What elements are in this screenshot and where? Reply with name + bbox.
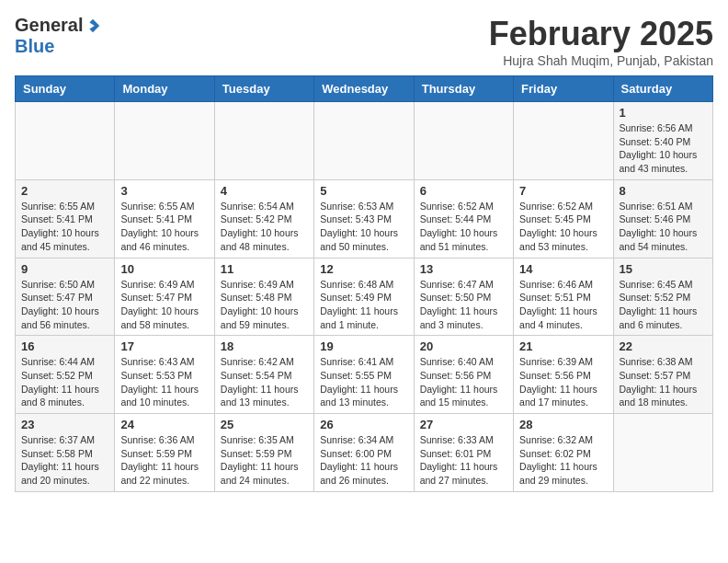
table-row: 16Sunrise: 6:44 AM Sunset: 5:52 PM Dayli… xyxy=(16,336,115,414)
day-number: 16 xyxy=(21,339,108,353)
table-row: 5Sunrise: 6:53 AM Sunset: 5:43 PM Daylig… xyxy=(314,179,414,258)
day-info: Sunrise: 6:52 AM Sunset: 5:44 PM Dayligh… xyxy=(420,200,507,254)
logo: General Blue xyxy=(15,15,101,57)
week-row-5: 23Sunrise: 6:37 AM Sunset: 5:58 PM Dayli… xyxy=(16,414,713,492)
week-row-1: 1Sunrise: 6:56 AM Sunset: 5:40 PM Daylig… xyxy=(16,102,713,180)
day-info: Sunrise: 6:47 AM Sunset: 5:50 PM Dayligh… xyxy=(420,278,507,332)
day-number: 18 xyxy=(221,339,308,353)
table-row: 1Sunrise: 6:56 AM Sunset: 5:40 PM Daylig… xyxy=(613,102,712,180)
table-row: 7Sunrise: 6:52 AM Sunset: 5:45 PM Daylig… xyxy=(514,179,613,258)
day-info: Sunrise: 6:52 AM Sunset: 5:45 PM Dayligh… xyxy=(519,200,607,254)
day-number: 20 xyxy=(420,339,507,353)
table-row xyxy=(314,102,414,180)
table-row: 9Sunrise: 6:50 AM Sunset: 5:47 PM Daylig… xyxy=(16,258,115,336)
table-row: 20Sunrise: 6:40 AM Sunset: 5:56 PM Dayli… xyxy=(414,336,513,414)
day-info: Sunrise: 6:50 AM Sunset: 5:47 PM Dayligh… xyxy=(21,278,108,332)
col-friday: Friday xyxy=(514,76,613,102)
day-info: Sunrise: 6:34 AM Sunset: 6:00 PM Dayligh… xyxy=(320,433,407,488)
day-number: 11 xyxy=(221,262,308,276)
title-section: February 2025 Hujra Shah Muqim, Punjab, … xyxy=(489,15,713,68)
day-info: Sunrise: 6:49 AM Sunset: 5:47 PM Dayligh… xyxy=(120,278,208,332)
day-number: 2 xyxy=(21,184,108,198)
col-thursday: Thursday xyxy=(414,76,513,102)
day-number: 1 xyxy=(620,106,707,120)
day-info: Sunrise: 6:55 AM Sunset: 5:41 PM Dayligh… xyxy=(21,200,108,254)
table-row xyxy=(514,102,613,180)
table-row: 4Sunrise: 6:54 AM Sunset: 5:42 PM Daylig… xyxy=(214,179,313,258)
day-number: 25 xyxy=(221,418,308,431)
day-number: 4 xyxy=(221,184,308,198)
col-tuesday: Tuesday xyxy=(214,76,313,102)
logo-general-text: General xyxy=(15,15,83,36)
week-row-3: 9Sunrise: 6:50 AM Sunset: 5:47 PM Daylig… xyxy=(16,258,713,336)
table-row: 2Sunrise: 6:55 AM Sunset: 5:41 PM Daylig… xyxy=(16,179,115,258)
day-info: Sunrise: 6:51 AM Sunset: 5:46 PM Dayligh… xyxy=(620,200,707,254)
day-number: 5 xyxy=(320,184,407,198)
day-number: 19 xyxy=(320,339,407,353)
table-row: 14Sunrise: 6:46 AM Sunset: 5:51 PM Dayli… xyxy=(514,258,613,336)
day-number: 3 xyxy=(120,184,208,198)
table-row: 23Sunrise: 6:37 AM Sunset: 5:58 PM Dayli… xyxy=(16,414,115,492)
table-row: 11Sunrise: 6:49 AM Sunset: 5:48 PM Dayli… xyxy=(214,258,313,336)
table-row: 12Sunrise: 6:48 AM Sunset: 5:49 PM Dayli… xyxy=(314,258,414,336)
day-info: Sunrise: 6:56 AM Sunset: 5:40 PM Dayligh… xyxy=(620,121,707,176)
table-row: 8Sunrise: 6:51 AM Sunset: 5:46 PM Daylig… xyxy=(613,179,712,258)
day-info: Sunrise: 6:35 AM Sunset: 5:59 PM Dayligh… xyxy=(221,433,308,488)
day-number: 7 xyxy=(519,184,607,198)
table-row xyxy=(115,102,214,180)
table-row: 28Sunrise: 6:32 AM Sunset: 6:02 PM Dayli… xyxy=(514,414,613,492)
table-row: 18Sunrise: 6:42 AM Sunset: 5:54 PM Dayli… xyxy=(214,336,313,414)
table-row xyxy=(16,102,115,180)
table-row: 22Sunrise: 6:38 AM Sunset: 5:57 PM Dayli… xyxy=(613,336,712,414)
day-number: 27 xyxy=(420,418,507,431)
day-info: Sunrise: 6:32 AM Sunset: 6:02 PM Dayligh… xyxy=(519,433,607,488)
day-info: Sunrise: 6:38 AM Sunset: 5:57 PM Dayligh… xyxy=(620,355,707,409)
logo-icon xyxy=(85,17,101,34)
week-row-4: 16Sunrise: 6:44 AM Sunset: 5:52 PM Dayli… xyxy=(16,336,713,414)
day-info: Sunrise: 6:37 AM Sunset: 5:58 PM Dayligh… xyxy=(21,433,108,488)
col-sunday: Sunday xyxy=(16,76,115,102)
week-row-2: 2Sunrise: 6:55 AM Sunset: 5:41 PM Daylig… xyxy=(16,179,713,258)
table-row: 19Sunrise: 6:41 AM Sunset: 5:55 PM Dayli… xyxy=(314,336,414,414)
day-info: Sunrise: 6:44 AM Sunset: 5:52 PM Dayligh… xyxy=(21,355,108,409)
day-info: Sunrise: 6:45 AM Sunset: 5:52 PM Dayligh… xyxy=(620,278,707,332)
day-number: 17 xyxy=(120,339,208,353)
table-row: 15Sunrise: 6:45 AM Sunset: 5:52 PM Dayli… xyxy=(613,258,712,336)
day-number: 13 xyxy=(420,262,507,276)
table-row: 10Sunrise: 6:49 AM Sunset: 5:47 PM Dayli… xyxy=(115,258,214,336)
day-info: Sunrise: 6:41 AM Sunset: 5:55 PM Dayligh… xyxy=(320,355,407,409)
page-header: General Blue February 2025 Hujra Shah Mu… xyxy=(15,15,713,68)
day-info: Sunrise: 6:49 AM Sunset: 5:48 PM Dayligh… xyxy=(221,278,308,332)
day-number: 10 xyxy=(120,262,208,276)
table-row: 27Sunrise: 6:33 AM Sunset: 6:01 PM Dayli… xyxy=(414,414,513,492)
calendar-header-row: Sunday Monday Tuesday Wednesday Thursday… xyxy=(16,76,713,102)
day-info: Sunrise: 6:39 AM Sunset: 5:56 PM Dayligh… xyxy=(519,355,607,409)
day-number: 12 xyxy=(320,262,407,276)
day-number: 22 xyxy=(620,339,707,353)
day-info: Sunrise: 6:36 AM Sunset: 5:59 PM Dayligh… xyxy=(120,433,208,488)
day-number: 9 xyxy=(21,262,108,276)
logo-blue-text: Blue xyxy=(15,36,54,57)
day-number: 26 xyxy=(320,418,407,431)
table-row xyxy=(214,102,313,180)
day-info: Sunrise: 6:40 AM Sunset: 5:56 PM Dayligh… xyxy=(420,355,507,409)
table-row xyxy=(414,102,513,180)
day-info: Sunrise: 6:55 AM Sunset: 5:41 PM Dayligh… xyxy=(120,200,208,254)
day-info: Sunrise: 6:46 AM Sunset: 5:51 PM Dayligh… xyxy=(519,278,607,332)
day-info: Sunrise: 6:43 AM Sunset: 5:53 PM Dayligh… xyxy=(120,355,208,409)
day-info: Sunrise: 6:33 AM Sunset: 6:01 PM Dayligh… xyxy=(420,433,507,488)
day-number: 21 xyxy=(519,339,607,353)
day-info: Sunrise: 6:48 AM Sunset: 5:49 PM Dayligh… xyxy=(320,278,407,332)
day-info: Sunrise: 6:54 AM Sunset: 5:42 PM Dayligh… xyxy=(221,200,308,254)
table-row: 17Sunrise: 6:43 AM Sunset: 5:53 PM Dayli… xyxy=(115,336,214,414)
day-info: Sunrise: 6:53 AM Sunset: 5:43 PM Dayligh… xyxy=(320,200,407,254)
calendar-table: Sunday Monday Tuesday Wednesday Thursday… xyxy=(15,75,713,492)
col-monday: Monday xyxy=(115,76,214,102)
table-row: 25Sunrise: 6:35 AM Sunset: 5:59 PM Dayli… xyxy=(214,414,313,492)
col-wednesday: Wednesday xyxy=(314,76,414,102)
day-number: 14 xyxy=(519,262,607,276)
table-row: 26Sunrise: 6:34 AM Sunset: 6:00 PM Dayli… xyxy=(314,414,414,492)
table-row: 3Sunrise: 6:55 AM Sunset: 5:41 PM Daylig… xyxy=(115,179,214,258)
table-row: 21Sunrise: 6:39 AM Sunset: 5:56 PM Dayli… xyxy=(514,336,613,414)
table-row: 24Sunrise: 6:36 AM Sunset: 5:59 PM Dayli… xyxy=(115,414,214,492)
